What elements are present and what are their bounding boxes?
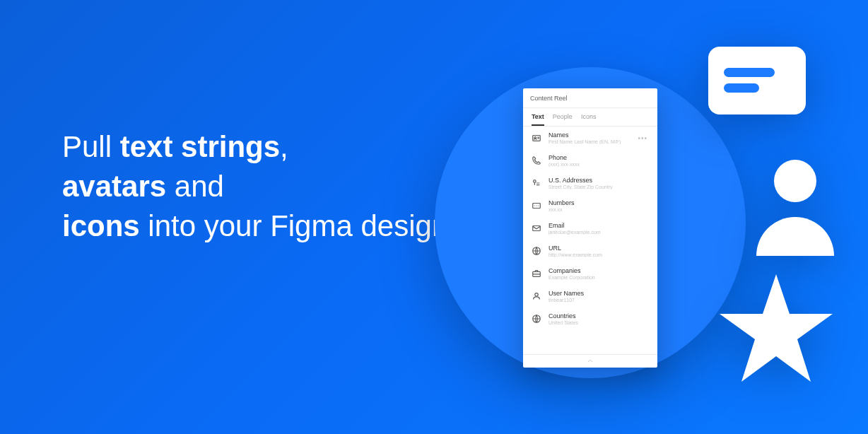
message-icon xyxy=(708,47,806,123)
list-sublabel: (xxx) xxx-xxxx xyxy=(549,162,649,167)
headline-bold: text strings xyxy=(120,130,280,163)
tab-people[interactable]: People xyxy=(553,108,573,126)
headline-bold: avatars xyxy=(62,170,166,203)
list-sublabel: janedoe@example.com xyxy=(549,230,649,235)
panel-title: Content Reel xyxy=(530,95,568,102)
person-icon xyxy=(756,157,834,256)
list-text: CompaniesExample Corporation xyxy=(549,267,649,280)
globe-icon xyxy=(532,246,541,256)
list-text: CountriesUnited States xyxy=(549,312,649,325)
phone-icon xyxy=(532,156,541,165)
star-icon xyxy=(720,274,833,382)
list-label: Names xyxy=(549,131,629,139)
headline-part: into your Figma designs xyxy=(140,209,464,242)
list-text: User Namestinbear1107 xyxy=(549,290,649,303)
panel-list: NamesFirst Name Last Name (EN, M/F)•••Ph… xyxy=(523,127,657,354)
tab-icons[interactable]: Icons xyxy=(581,108,597,126)
mail-icon xyxy=(532,223,541,233)
list-label: Phone xyxy=(549,154,649,161)
list-sublabel: Example Corporation xyxy=(549,275,649,280)
list-label: U.S. Addresses xyxy=(549,177,649,184)
list-label: Companies xyxy=(549,267,649,274)
location-icon xyxy=(532,178,541,188)
list-sublabel: http://www.example.com xyxy=(549,252,649,257)
svg-rect-4 xyxy=(533,226,541,231)
headline-part: Pull xyxy=(62,130,120,163)
panel-tabs: Text People Icons xyxy=(523,108,657,127)
list-item[interactable]: CountriesUnited States xyxy=(523,307,657,330)
headline-part: and xyxy=(166,170,224,203)
name-tag-icon xyxy=(532,133,541,143)
svg-point-9 xyxy=(774,160,816,202)
list-sublabel: tinbear1107 xyxy=(549,298,649,303)
list-item[interactable]: User Namestinbear1107 xyxy=(523,285,657,307)
list-text: U.S. AddressesStreet City, State Zip Cou… xyxy=(549,177,649,189)
panel-header: Content Reel xyxy=(523,88,657,108)
list-item[interactable]: URLhttp://www.example.com xyxy=(523,240,657,262)
hero-headline: Pull text strings, avatars and icons int… xyxy=(62,127,463,246)
list-label: Email xyxy=(549,222,649,229)
svg-point-2 xyxy=(534,180,536,183)
list-text: Emailjanedoe@example.com xyxy=(549,222,649,235)
user-icon xyxy=(532,291,541,301)
list-item[interactable]: Phone(xxx) xxx-xxxx xyxy=(523,149,657,172)
tab-text[interactable]: Text xyxy=(532,108,544,126)
list-item[interactable]: Emailjanedoe@example.com xyxy=(523,217,657,240)
list-label: Countries xyxy=(549,312,649,319)
list-text: Numbersxxx.xx xyxy=(549,199,649,212)
list-item[interactable]: CompaniesExample Corporation xyxy=(523,262,657,285)
more-icon[interactable]: ••• xyxy=(636,134,649,142)
content-reel-panel: Content Reel Text People Icons NamesFirs… xyxy=(523,88,657,368)
list-text: Phone(xxx) xxx-xxxx xyxy=(549,154,649,167)
list-text: NamesFirst Name Last Name (EN, M/F) xyxy=(549,131,629,144)
list-text: URLhttp://www.example.com xyxy=(549,245,649,257)
panel-expand-button[interactable] xyxy=(523,354,657,368)
number-icon xyxy=(532,201,541,211)
list-sublabel: xxx.xx xyxy=(549,207,649,212)
list-item[interactable]: U.S. AddressesStreet City, State Zip Cou… xyxy=(523,172,657,194)
chevron-up-icon xyxy=(587,358,594,365)
headline-bold: icons xyxy=(62,209,140,242)
list-sublabel: Street City, State Zip Country xyxy=(549,184,649,189)
list-label: Numbers xyxy=(549,199,649,206)
list-label: User Names xyxy=(549,290,649,297)
briefcase-icon xyxy=(532,269,541,278)
list-sublabel: United States xyxy=(549,320,649,325)
svg-point-7 xyxy=(535,293,538,296)
list-label: URL xyxy=(549,245,649,252)
list-sublabel: First Name Last Name (EN, M/F) xyxy=(549,139,629,144)
list-item[interactable]: NamesFirst Name Last Name (EN, M/F)••• xyxy=(523,127,657,149)
headline-part: , xyxy=(280,130,288,163)
globe-icon xyxy=(532,314,541,324)
list-item[interactable]: Numbersxxx.xx xyxy=(523,194,657,217)
